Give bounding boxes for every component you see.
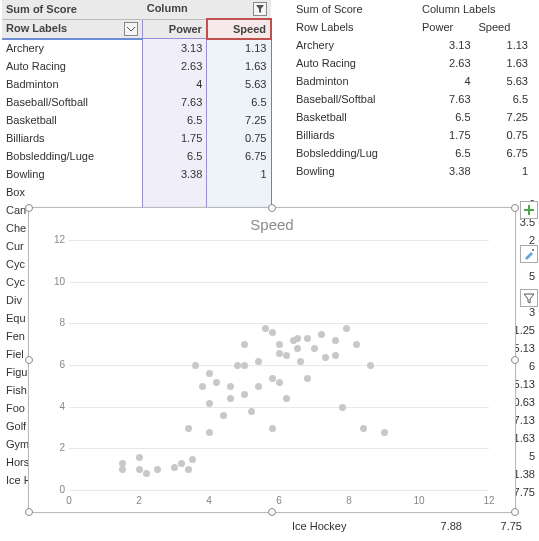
data-point[interactable]	[206, 429, 213, 436]
cell-value[interactable]: 2.63	[143, 57, 207, 75]
data-point[interactable]	[248, 408, 255, 415]
resize-handle-icon[interactable]	[268, 204, 276, 212]
data-point[interactable]	[119, 460, 126, 467]
list-item[interactable]: Basketball	[2, 111, 143, 129]
cell-value[interactable]: 1	[207, 165, 271, 183]
data-point[interactable]	[171, 464, 178, 471]
chart-object[interactable]: Speed 024681012024681012	[28, 207, 516, 513]
data-point[interactable]	[227, 383, 234, 390]
column-power-header[interactable]: Power	[143, 19, 207, 39]
data-point[interactable]	[276, 379, 283, 386]
data-point[interactable]	[332, 337, 339, 344]
data-point[interactable]	[178, 460, 185, 467]
resize-handle-icon[interactable]	[25, 204, 33, 212]
data-point[interactable]	[234, 362, 241, 369]
data-point[interactable]	[283, 395, 290, 402]
data-point[interactable]	[189, 456, 196, 463]
cell-value[interactable]: 1.63	[207, 57, 271, 75]
list-item[interactable]: Billiards	[2, 129, 143, 147]
chart-filter-button[interactable]	[520, 289, 538, 307]
data-point[interactable]	[199, 383, 206, 390]
data-point[interactable]	[343, 325, 350, 332]
column-speed-header-selected[interactable]: Speed	[207, 19, 271, 39]
data-point[interactable]	[311, 345, 318, 352]
data-point[interactable]	[255, 383, 262, 390]
data-point[interactable]	[220, 412, 227, 419]
row-header-cell[interactable]: Row Labels	[2, 19, 143, 39]
data-point[interactable]	[213, 379, 220, 386]
cell-value[interactable]: 7.25	[207, 111, 271, 129]
list-item[interactable]: Box	[2, 183, 143, 201]
data-point[interactable]	[206, 400, 213, 407]
data-point[interactable]	[241, 341, 248, 348]
list-item[interactable]: Auto Racing	[2, 57, 143, 75]
data-point[interactable]	[381, 429, 388, 436]
chart-styles-button[interactable]	[520, 245, 538, 263]
cell-value[interactable]: 0.75	[207, 129, 271, 147]
data-point[interactable]	[269, 425, 276, 432]
cell-value[interactable]: 7.63	[143, 93, 207, 111]
cell-value[interactable]: 1.75	[143, 129, 207, 147]
data-point[interactable]	[332, 352, 339, 359]
data-point[interactable]	[154, 466, 161, 473]
data-point[interactable]	[276, 350, 283, 357]
data-point[interactable]	[241, 362, 248, 369]
data-point[interactable]	[136, 466, 143, 473]
data-point[interactable]	[227, 395, 234, 402]
cell-value[interactable]: 6.75	[207, 147, 271, 165]
resize-handle-icon[interactable]	[511, 204, 519, 212]
data-point[interactable]	[185, 466, 192, 473]
data-point[interactable]	[304, 335, 311, 342]
cell-value[interactable]: 6.5	[207, 93, 271, 111]
chart-title[interactable]: Speed	[29, 216, 515, 233]
cell-value[interactable]: 6.5	[143, 111, 207, 129]
column-power-header: Power	[418, 18, 475, 36]
data-point[interactable]	[143, 470, 150, 477]
data-point[interactable]	[136, 454, 143, 461]
resize-handle-icon[interactable]	[511, 356, 519, 364]
cell-value[interactable]	[207, 183, 271, 201]
data-point[interactable]	[192, 362, 199, 369]
data-point[interactable]	[206, 370, 213, 377]
data-point[interactable]	[262, 325, 269, 332]
data-point[interactable]	[185, 425, 192, 432]
data-point[interactable]	[276, 341, 283, 348]
chevron-down-icon[interactable]	[124, 22, 138, 36]
filter-icon[interactable]	[253, 2, 267, 16]
list-item[interactable]: Bobsledding/Luge	[2, 147, 143, 165]
data-point[interactable]	[339, 404, 346, 411]
cell-value[interactable]: 3.13	[143, 39, 207, 57]
data-point[interactable]	[255, 358, 262, 365]
data-point[interactable]	[283, 352, 290, 359]
cell-value[interactable]: 1.13	[207, 39, 271, 57]
chart-plot-area[interactable]: 024681012024681012	[69, 240, 489, 490]
list-item[interactable]: Baseball/Softball	[2, 93, 143, 111]
data-point[interactable]	[269, 375, 276, 382]
cell-value[interactable]: 3.38	[143, 165, 207, 183]
data-point[interactable]	[294, 345, 301, 352]
data-point[interactable]	[318, 331, 325, 338]
resize-handle-icon[interactable]	[25, 508, 33, 516]
resize-handle-icon[interactable]	[511, 508, 519, 516]
cell-value: 7.25	[475, 108, 532, 126]
chart-elements-button[interactable]	[520, 201, 538, 219]
data-point[interactable]	[297, 358, 304, 365]
resize-handle-icon[interactable]	[25, 356, 33, 364]
data-point[interactable]	[322, 354, 329, 361]
data-point[interactable]	[360, 425, 367, 432]
data-point[interactable]	[119, 466, 126, 473]
list-item[interactable]: Archery	[2, 39, 143, 57]
resize-handle-icon[interactable]	[268, 508, 276, 516]
data-point[interactable]	[294, 335, 301, 342]
data-point[interactable]	[367, 362, 374, 369]
list-item[interactable]: Badminton	[2, 75, 143, 93]
data-point[interactable]	[241, 391, 248, 398]
cell-value[interactable]: 4	[143, 75, 207, 93]
data-point[interactable]	[269, 329, 276, 336]
cell-value[interactable]: 5.63	[207, 75, 271, 93]
data-point[interactable]	[304, 375, 311, 382]
data-point[interactable]	[353, 341, 360, 348]
cell-value[interactable]	[143, 183, 207, 201]
cell-value[interactable]: 6.5	[143, 147, 207, 165]
list-item[interactable]: Bowling	[2, 165, 143, 183]
